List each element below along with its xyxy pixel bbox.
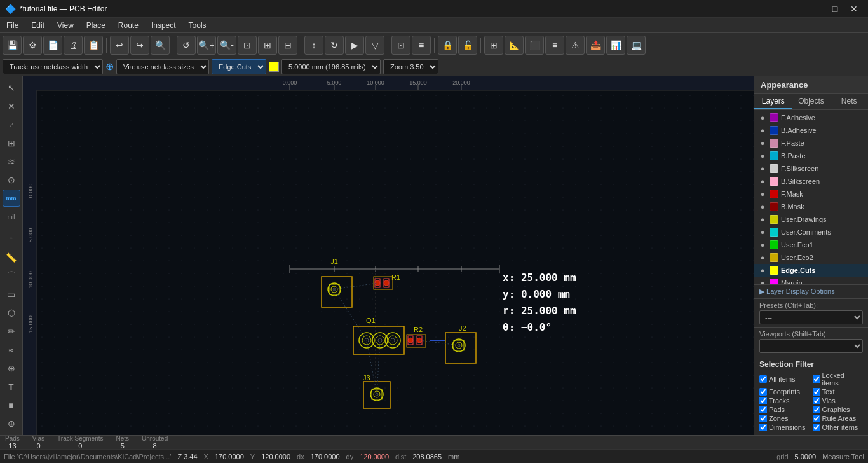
drc-button[interactable]: 📐: [505, 36, 524, 55]
zoom-out2-button[interactable]: ⊟: [278, 36, 297, 55]
layer-visibility-icon[interactable]: ●: [758, 177, 767, 186]
polygon-button[interactable]: ⬡: [3, 305, 20, 322]
layer-visibility-icon[interactable]: ●: [758, 215, 767, 224]
lock-button[interactable]: 🔒: [438, 36, 457, 55]
layer-item-b-silkscreen[interactable]: ●B.Silkscreen: [754, 175, 868, 188]
fill-button[interactable]: ■: [3, 397, 20, 414]
diff-pair-button[interactable]: ⊞: [3, 134, 20, 151]
filter-checkbox-text[interactable]: [813, 388, 820, 396]
menu-item-file[interactable]: File: [0, 18, 25, 32]
layer-visibility-icon[interactable]: ●: [758, 113, 767, 122]
layer-item-b-mask[interactable]: ●B.Mask: [754, 200, 868, 213]
cross-tool-button[interactable]: ✕: [3, 97, 20, 114]
filter-checkbox-graphics[interactable]: [813, 406, 820, 413]
active-layer-select[interactable]: Edge.Cuts: [212, 59, 266, 74]
layer-visibility-icon[interactable]: ●: [758, 228, 767, 237]
fab-button[interactable]: 📤: [586, 36, 605, 55]
via-size-select[interactable]: Via: use netclass sizes: [116, 59, 209, 74]
presets-select[interactable]: ---: [759, 310, 863, 324]
viewports-select[interactable]: ---: [759, 339, 863, 353]
tab-nets[interactable]: Nets: [830, 94, 868, 109]
group-button[interactable]: ≡: [412, 36, 431, 55]
layer-visibility-icon[interactable]: ●: [758, 253, 767, 262]
layer-item-margin[interactable]: ●Margin: [754, 277, 868, 284]
select-tool-button[interactable]: ↖: [3, 79, 20, 96]
find-button[interactable]: 🔍: [151, 36, 170, 55]
layer-visibility-icon[interactable]: ●: [758, 202, 767, 211]
settings-button[interactable]: ⚙: [23, 36, 42, 55]
filter-checkbox-zones[interactable]: [759, 415, 767, 422]
layer-visibility-icon[interactable]: ●: [758, 190, 767, 198]
via-button[interactable]: ⊙: [3, 171, 20, 188]
menu-item-inspect[interactable]: Inspect: [145, 18, 182, 32]
layer-visibility-icon[interactable]: ●: [758, 240, 767, 249]
arrow-up-button[interactable]: ↑: [3, 231, 20, 248]
text-button[interactable]: T: [3, 378, 20, 396]
layer-visibility-icon[interactable]: ●: [758, 279, 767, 284]
layer-item-user-comments[interactable]: ●User.Comments: [754, 226, 868, 238]
via-tool-button[interactable]: ⊕: [3, 360, 20, 377]
filter-checkbox-dimensions[interactable]: [759, 424, 767, 431]
layer-item-f-silkscreen[interactable]: ●F.Silkscreen: [754, 162, 868, 175]
menu-item-place[interactable]: Place: [80, 18, 112, 32]
tab-layers[interactable]: Layers: [754, 94, 792, 109]
save-button[interactable]: 💾: [3, 36, 22, 55]
filter-checkbox-tracks[interactable]: [759, 397, 767, 404]
track-width-select[interactable]: Track: use netclass width: [3, 59, 103, 74]
zoom-in-button[interactable]: 🔍+: [197, 36, 216, 55]
refresh-button[interactable]: ↺: [177, 36, 196, 55]
tab-objects[interactable]: Objects: [792, 94, 831, 109]
check-button[interactable]: ⚠: [566, 36, 585, 55]
undo-button[interactable]: ↩: [110, 36, 129, 55]
layer-item-user-eco1[interactable]: ●User.Eco1: [754, 238, 868, 251]
filter-item-graphics[interactable]: Graphics: [813, 406, 864, 413]
report-button[interactable]: 📊: [606, 36, 625, 55]
layer-visibility-icon[interactable]: ●: [758, 126, 767, 135]
tune-button[interactable]: ≋: [3, 153, 20, 170]
filter-item-other-items[interactable]: Other items: [813, 424, 864, 431]
mil-units-button[interactable]: mil: [3, 208, 20, 225]
filter-checkbox-locked-items[interactable]: [813, 375, 820, 383]
draw-button[interactable]: ✏: [3, 323, 20, 340]
filter-checkbox-rule-areas[interactable]: [813, 415, 820, 422]
zoom-out-button[interactable]: 🔍-: [217, 36, 236, 55]
zoom-area-button[interactable]: ⊞: [258, 36, 277, 55]
layer-item-f-paste[interactable]: ●F.Paste: [754, 137, 868, 149]
add-footprint-button[interactable]: ⊕: [3, 415, 20, 432]
filter-item-footprints[interactable]: Footprints: [759, 388, 810, 396]
layer-item-user-eco2[interactable]: ●User.Eco2: [754, 251, 868, 264]
wave-button[interactable]: ≈: [3, 342, 20, 359]
menu-item-view[interactable]: View: [51, 18, 80, 32]
close-button[interactable]: ✕: [845, 2, 863, 16]
print-button[interactable]: 🖨: [64, 36, 83, 55]
unlock-button[interactable]: 🔓: [458, 36, 477, 55]
filter-item-locked-items[interactable]: Locked items: [813, 371, 864, 387]
layer-item-edge-cuts[interactable]: ●Edge.Cuts: [754, 264, 868, 277]
redo-button[interactable]: ↪: [130, 36, 149, 55]
layer-item-f-mask[interactable]: ●F.Mask: [754, 188, 868, 200]
flip-button[interactable]: ↕: [304, 36, 323, 55]
filter-item-dimensions[interactable]: Dimensions: [759, 424, 810, 431]
layer-item-b-adhesive[interactable]: ●B.Adhesive: [754, 124, 868, 137]
canvas-area[interactable]: 0.000 5.000 10.000 15.000 20.000 0.000 5…: [23, 76, 754, 435]
filter-item-all-items[interactable]: All items: [759, 371, 810, 387]
scripting-button[interactable]: 💻: [627, 36, 646, 55]
filter-item-zones[interactable]: Zones: [759, 415, 810, 422]
route-track-button[interactable]: ⟋: [3, 116, 20, 133]
layer-visibility-icon[interactable]: ●: [758, 266, 767, 275]
width-select[interactable]: 5.0000 mm (196.85 mils): [281, 59, 381, 74]
menu-item-edit[interactable]: Edit: [25, 18, 51, 32]
filter-item-tracks[interactable]: Tracks: [759, 397, 810, 404]
rectangle-button[interactable]: ▭: [3, 286, 20, 303]
mm-units-button[interactable]: mm: [3, 190, 20, 207]
rotate-button[interactable]: ↻: [325, 36, 344, 55]
arc-button[interactable]: ⌒: [3, 268, 20, 285]
layer-visibility-icon[interactable]: ●: [758, 151, 767, 160]
layer-item-b-paste[interactable]: ●B.Paste: [754, 149, 868, 162]
layer-item-f-adhesive[interactable]: ●F.Adhesive: [754, 111, 868, 124]
netlist-button[interactable]: ≡: [545, 36, 564, 55]
filter-item-pads[interactable]: Pads: [759, 406, 810, 413]
menu-item-tools[interactable]: Tools: [182, 18, 213, 32]
layer-display-options[interactable]: ▶ Layer Display Options: [754, 284, 868, 298]
zoom-fit-button[interactable]: ⊡: [238, 36, 257, 55]
